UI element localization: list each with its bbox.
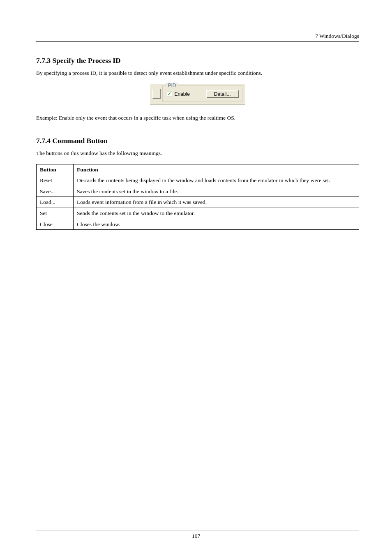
gui-panel: PID Enable Detail... (150, 84, 245, 105)
header-rule (36, 41, 359, 42)
table-row: Save... Saves the contents set in the wi… (37, 186, 359, 197)
enable-checkbox-label: Enable (174, 91, 189, 97)
footer-rule (36, 530, 359, 530)
section-7-7-3-example: Example: Enable only the event that occu… (36, 114, 359, 122)
page-footer: 107 (0, 530, 392, 539)
section-7-7-4-intro: The buttons on this window has the follo… (36, 149, 359, 157)
section-heading-7-7-3: 7.7.3 Specify the Process ID (36, 56, 359, 65)
pid-gui-figure: PID Enable Detail... (36, 84, 359, 105)
table-cell-button: Load... (37, 197, 74, 208)
table-cell-button: Save... (37, 186, 74, 197)
detail-button[interactable]: Detail... (206, 90, 239, 98)
table-cell-function: Sends the contents set in the window to … (74, 208, 359, 219)
table-row: Reset Discards the contents being displa… (37, 175, 359, 186)
table-header-row: Button Function (37, 164, 359, 175)
gui-left-button-fragment[interactable] (152, 89, 161, 99)
pid-groupbox-legend: PID (166, 83, 178, 88)
table-cell-function: Closes the window. (74, 219, 359, 230)
section-heading-7-7-4: 7.7.4 Command Button (36, 136, 359, 145)
section-7-7-3-intro: By specifying a process ID, it is possib… (36, 69, 359, 77)
table-cell-function: Discards the contents being displayed in… (74, 175, 359, 186)
pid-groupbox: PID Enable Detail... (162, 86, 242, 102)
table-cell-button: Close (37, 219, 74, 230)
table-row: Close Closes the window. (37, 219, 359, 230)
table-row: Load... Loads event information from a f… (37, 197, 359, 208)
table-row: Set Sends the contents set in the window… (37, 208, 359, 219)
table-cell-function: Loads event information from a file in w… (74, 197, 359, 208)
table-cell-button: Set (37, 208, 74, 219)
table-header-function: Function (74, 164, 359, 175)
page-number: 107 (192, 533, 200, 539)
table-cell-function: Saves the contents set in the window to … (74, 186, 359, 197)
table-cell-button: Reset (37, 175, 74, 186)
command-button-table: Button Function Reset Discards the conte… (36, 164, 359, 230)
header-chapter: 7 Windows/Dialogs (36, 33, 359, 41)
table-header-button: Button (37, 164, 74, 175)
enable-checkbox[interactable] (167, 92, 172, 97)
